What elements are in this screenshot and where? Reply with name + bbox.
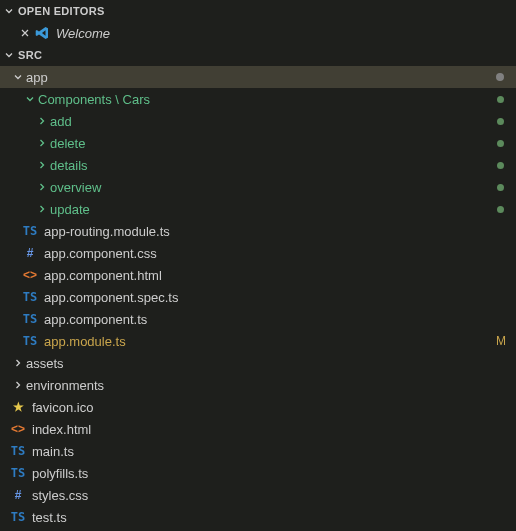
status-dot xyxy=(497,162,506,169)
folder-overview[interactable]: overview xyxy=(0,176,516,198)
folder-delete[interactable]: delete xyxy=(0,132,516,154)
css-icon: # xyxy=(10,487,26,503)
chevron-right-icon xyxy=(34,179,50,195)
typescript-icon: TS xyxy=(22,333,38,349)
status-dot xyxy=(497,140,506,147)
html-icon: <> xyxy=(10,421,26,437)
typescript-icon: TS xyxy=(22,289,38,305)
file-app-routing-module[interactable]: TS app-routing.module.ts xyxy=(0,220,516,242)
file-label: app.component.ts xyxy=(44,312,147,327)
file-polyfills-ts[interactable]: TS polyfills.ts xyxy=(0,462,516,484)
folder-label: add xyxy=(50,114,72,129)
typescript-icon: TS xyxy=(10,509,26,525)
src-section-header[interactable]: SRC xyxy=(0,44,516,66)
folder-label: overview xyxy=(50,180,101,195)
chevron-right-icon xyxy=(34,157,50,173)
folder-label: delete xyxy=(50,136,85,151)
folder-details[interactable]: details xyxy=(0,154,516,176)
file-label: styles.css xyxy=(32,488,88,503)
folder-label: environments xyxy=(26,378,104,393)
folder-environments[interactable]: environments xyxy=(0,374,516,396)
file-label: polyfills.ts xyxy=(32,466,88,481)
chevron-down-icon xyxy=(10,69,26,85)
folder-label: assets xyxy=(26,356,64,371)
file-app-component-spec[interactable]: TS app.component.spec.ts xyxy=(0,286,516,308)
status-dot xyxy=(497,206,506,213)
open-editors-section-header[interactable]: OPEN EDITORS xyxy=(0,0,516,22)
file-label: index.html xyxy=(32,422,91,437)
chevron-right-icon xyxy=(34,135,50,151)
typescript-icon: TS xyxy=(22,223,38,239)
folder-label: app xyxy=(26,70,48,85)
folder-components-cars[interactable]: Components \ Cars xyxy=(0,88,516,110)
file-label: app.component.css xyxy=(44,246,157,261)
folder-label: update xyxy=(50,202,90,217)
file-app-module[interactable]: TS app.module.ts M xyxy=(0,330,516,352)
favicon-icon: ★ xyxy=(10,399,26,415)
folder-update[interactable]: update xyxy=(0,198,516,220)
chevron-down-icon xyxy=(2,4,16,18)
folder-assets[interactable]: assets xyxy=(0,352,516,374)
status-dot xyxy=(497,184,506,191)
status-dot xyxy=(496,73,506,81)
chevron-right-icon xyxy=(34,113,50,129)
status-dot xyxy=(497,96,506,103)
folder-label: Components \ Cars xyxy=(38,92,150,107)
chevron-right-icon xyxy=(34,201,50,217)
open-editor-welcome[interactable]: Welcome xyxy=(0,22,516,44)
file-favicon[interactable]: ★ favicon.ico xyxy=(0,396,516,418)
modified-badge: M xyxy=(496,334,506,348)
file-label: app.component.spec.ts xyxy=(44,290,178,305)
file-app-component-css[interactable]: # app.component.css xyxy=(0,242,516,264)
file-label: app.module.ts xyxy=(44,334,126,349)
chevron-down-icon xyxy=(2,48,16,62)
src-title: SRC xyxy=(18,49,42,61)
folder-add[interactable]: add xyxy=(0,110,516,132)
file-label: app-routing.module.ts xyxy=(44,224,170,239)
chevron-right-icon xyxy=(10,377,26,393)
file-test-ts[interactable]: TS test.ts xyxy=(0,506,516,528)
chevron-right-icon xyxy=(10,355,26,371)
status-dot xyxy=(497,118,506,125)
typescript-icon: TS xyxy=(10,443,26,459)
typescript-icon: TS xyxy=(10,465,26,481)
html-icon: <> xyxy=(22,267,38,283)
folder-app[interactable]: app xyxy=(0,66,516,88)
file-styles-css[interactable]: # styles.css xyxy=(0,484,516,506)
typescript-icon: TS xyxy=(22,311,38,327)
file-app-component-html[interactable]: <> app.component.html xyxy=(0,264,516,286)
file-index-html[interactable]: <> index.html xyxy=(0,418,516,440)
chevron-down-icon xyxy=(22,91,38,107)
file-label: main.ts xyxy=(32,444,74,459)
close-icon[interactable] xyxy=(16,24,34,42)
file-main-ts[interactable]: TS main.ts xyxy=(0,440,516,462)
css-icon: # xyxy=(22,245,38,261)
file-label: app.component.html xyxy=(44,268,162,283)
folder-label: details xyxy=(50,158,88,173)
file-app-component-ts[interactable]: TS app.component.ts xyxy=(0,308,516,330)
open-editors-title: OPEN EDITORS xyxy=(18,5,105,17)
file-label: test.ts xyxy=(32,510,67,525)
vscode-icon xyxy=(34,25,50,41)
file-label: favicon.ico xyxy=(32,400,93,415)
open-editor-label: Welcome xyxy=(56,26,110,41)
